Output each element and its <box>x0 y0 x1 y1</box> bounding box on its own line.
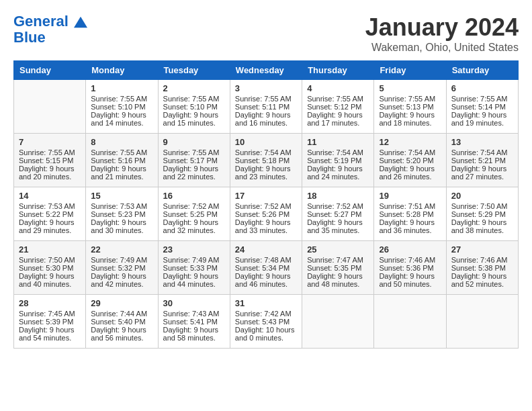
daylight-text: Daylight: 9 hours and 42 minutes. <box>91 272 152 288</box>
sunrise-text: Sunrise: 7:52 AM <box>163 202 225 210</box>
sunset-text: Sunset: 5:14 PM <box>451 103 513 111</box>
day-cell: 15Sunrise: 7:53 AMSunset: 5:23 PMDayligh… <box>86 187 158 241</box>
day-number: 15 <box>91 191 152 201</box>
day-number: 8 <box>91 137 152 147</box>
day-number: 24 <box>235 244 297 255</box>
sunset-text: Sunset: 5:26 PM <box>235 210 297 218</box>
day-cell: 30Sunrise: 7:43 AMSunset: 5:41 PMDayligh… <box>158 295 230 349</box>
day-cell: 25Sunrise: 7:47 AMSunset: 5:35 PMDayligh… <box>302 241 374 295</box>
header: General Blue January 2024 Wakeman, Ohio,… <box>13 13 519 54</box>
daylight-text: Daylight: 9 hours and 27 minutes. <box>451 165 513 181</box>
daylight-text: Daylight: 9 hours and 17 minutes. <box>307 111 369 127</box>
daylight-text: Daylight: 9 hours and 14 minutes. <box>91 111 152 127</box>
daylight-text: Daylight: 9 hours and 48 minutes. <box>307 272 369 288</box>
sunset-text: Sunset: 5:10 PM <box>163 103 225 111</box>
daylight-text: Daylight: 9 hours and 18 minutes. <box>379 111 441 127</box>
day-cell <box>14 80 86 134</box>
sunset-text: Sunset: 5:40 PM <box>91 318 152 326</box>
sunset-text: Sunset: 5:22 PM <box>19 210 81 218</box>
daylight-text: Daylight: 9 hours and 21 minutes. <box>91 165 152 181</box>
day-cell: 3Sunrise: 7:55 AMSunset: 5:11 PMDaylight… <box>230 80 302 134</box>
sunset-text: Sunset: 5:33 PM <box>163 264 225 272</box>
day-number: 27 <box>451 244 513 255</box>
daylight-text: Daylight: 9 hours and 16 minutes. <box>235 111 297 127</box>
daylight-text: Daylight: 9 hours and 23 minutes. <box>235 165 297 181</box>
daylight-text: Daylight: 9 hours and 54 minutes. <box>19 326 81 342</box>
sunset-text: Sunset: 5:12 PM <box>307 103 369 111</box>
sunrise-text: Sunrise: 7:50 AM <box>451 202 513 210</box>
day-number: 18 <box>307 191 369 201</box>
day-cell: 2Sunrise: 7:55 AMSunset: 5:10 PMDaylight… <box>158 80 230 134</box>
sunset-text: Sunset: 5:13 PM <box>379 103 441 111</box>
sunrise-text: Sunrise: 7:48 AM <box>235 256 297 264</box>
day-cell: 4Sunrise: 7:55 AMSunset: 5:12 PMDaylight… <box>302 80 374 134</box>
day-cell: 21Sunrise: 7:50 AMSunset: 5:30 PMDayligh… <box>14 241 86 295</box>
sunset-text: Sunset: 5:17 PM <box>163 156 225 165</box>
sunrise-text: Sunrise: 7:55 AM <box>235 95 297 103</box>
sunset-text: Sunset: 5:25 PM <box>163 210 225 218</box>
day-cell: 31Sunrise: 7:42 AMSunset: 5:43 PMDayligh… <box>230 295 302 349</box>
sunrise-text: Sunrise: 7:53 AM <box>19 202 81 210</box>
daylight-text: Daylight: 9 hours and 26 minutes. <box>379 165 441 181</box>
day-cell: 7Sunrise: 7:55 AMSunset: 5:15 PMDaylight… <box>14 134 86 187</box>
day-number: 31 <box>235 298 297 308</box>
sunrise-text: Sunrise: 7:47 AM <box>307 256 369 264</box>
daylight-text: Daylight: 9 hours and 32 minutes. <box>163 218 225 234</box>
day-number: 10 <box>235 137 297 147</box>
day-cell: 29Sunrise: 7:44 AMSunset: 5:40 PMDayligh… <box>86 295 158 349</box>
day-number: 1 <box>91 83 152 93</box>
day-number: 21 <box>19 244 81 255</box>
sunrise-text: Sunrise: 7:55 AM <box>91 148 152 156</box>
day-number: 19 <box>379 191 441 201</box>
day-number: 5 <box>379 83 441 93</box>
daylight-text: Daylight: 9 hours and 35 minutes. <box>307 218 369 234</box>
day-cell <box>374 295 446 349</box>
sunset-text: Sunset: 5:10 PM <box>91 103 152 111</box>
day-cell: 11Sunrise: 7:54 AMSunset: 5:19 PMDayligh… <box>302 134 374 187</box>
daylight-text: Daylight: 9 hours and 24 minutes. <box>307 165 369 181</box>
sunrise-text: Sunrise: 7:54 AM <box>451 148 513 156</box>
calendar-header-row: SundayMondayTuesdayWednesdayThursdayFrid… <box>14 61 519 80</box>
daylight-text: Daylight: 9 hours and 15 minutes. <box>163 111 225 127</box>
week-row-5: 28Sunrise: 7:45 AMSunset: 5:39 PMDayligh… <box>14 295 519 349</box>
week-row-4: 21Sunrise: 7:50 AMSunset: 5:30 PMDayligh… <box>14 241 519 295</box>
day-number: 20 <box>451 191 513 201</box>
day-cell: 1Sunrise: 7:55 AMSunset: 5:10 PMDaylight… <box>86 80 158 134</box>
sunset-text: Sunset: 5:41 PM <box>163 318 225 326</box>
header-cell-monday: Monday <box>86 61 158 80</box>
header-cell-wednesday: Wednesday <box>230 61 302 80</box>
week-row-1: 1Sunrise: 7:55 AMSunset: 5:10 PMDaylight… <box>14 80 519 134</box>
day-cell: 16Sunrise: 7:52 AMSunset: 5:25 PMDayligh… <box>158 187 230 241</box>
week-row-2: 7Sunrise: 7:55 AMSunset: 5:15 PMDaylight… <box>14 134 519 187</box>
sunrise-text: Sunrise: 7:55 AM <box>19 148 81 156</box>
day-cell: 26Sunrise: 7:46 AMSunset: 5:36 PMDayligh… <box>374 241 446 295</box>
sunrise-text: Sunrise: 7:46 AM <box>451 256 513 264</box>
day-number: 2 <box>163 83 225 93</box>
sunrise-text: Sunrise: 7:49 AM <box>163 256 225 264</box>
daylight-text: Daylight: 9 hours and 22 minutes. <box>163 165 225 181</box>
daylight-text: Daylight: 9 hours and 36 minutes. <box>379 218 441 234</box>
daylight-text: Daylight: 9 hours and 52 minutes. <box>451 272 513 288</box>
sunset-text: Sunset: 5:11 PM <box>235 103 297 111</box>
day-cell: 18Sunrise: 7:52 AMSunset: 5:27 PMDayligh… <box>302 187 374 241</box>
sunset-text: Sunset: 5:21 PM <box>451 156 513 165</box>
svg-marker-0 <box>74 17 87 28</box>
location-title: Wakeman, Ohio, United States <box>365 42 519 54</box>
sunrise-text: Sunrise: 7:55 AM <box>91 95 152 103</box>
sunset-text: Sunset: 5:38 PM <box>451 264 513 272</box>
sunset-text: Sunset: 5:43 PM <box>235 318 297 326</box>
month-title: January 2024 <box>365 13 519 42</box>
day-cell <box>302 295 374 349</box>
sunset-text: Sunset: 5:18 PM <box>235 156 297 165</box>
header-cell-thursday: Thursday <box>302 61 374 80</box>
day-number: 17 <box>235 191 297 201</box>
day-number: 25 <box>307 244 369 255</box>
day-number: 7 <box>19 137 81 147</box>
day-number: 23 <box>163 244 225 255</box>
sunrise-text: Sunrise: 7:45 AM <box>19 310 81 318</box>
sunrise-text: Sunrise: 7:49 AM <box>91 256 152 264</box>
day-number: 22 <box>91 244 152 255</box>
sunset-text: Sunset: 5:20 PM <box>379 156 441 165</box>
day-cell: 12Sunrise: 7:54 AMSunset: 5:20 PMDayligh… <box>374 134 446 187</box>
day-number: 30 <box>163 298 225 308</box>
